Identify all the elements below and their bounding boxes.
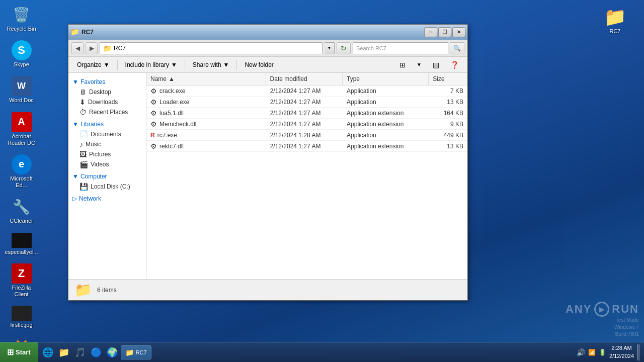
desktop-icon-ccleaner[interactable]: 🔧 CCleaner (3, 195, 40, 226)
organize-button[interactable]: Organize ▼ (72, 58, 114, 71)
computer-collapse-icon: ▼ (72, 173, 78, 180)
table-row[interactable]: ⚙ lua5.1.dll 2/12/2024 1:27 AM Applicati… (146, 108, 467, 119)
address-dropdown[interactable]: ▼ (325, 42, 335, 54)
include-in-library-button[interactable]: Include in library ▼ (121, 58, 182, 71)
crack-type: Application (343, 86, 429, 96)
col-header-name[interactable]: Name ▲ (146, 73, 266, 85)
taskbar-media-icon[interactable]: 🎵 (72, 345, 88, 360)
desktop-icon-acrobat[interactable]: A Acrobat Reader DC (3, 110, 40, 148)
taskbar-ie2-icon[interactable]: 🌍 (105, 345, 120, 360)
nav-item-documents[interactable]: 📄 Documents (68, 129, 146, 139)
preview-pane-button[interactable]: ▤ (428, 58, 444, 71)
especially-label: especiallyel... (5, 249, 38, 255)
table-row[interactable]: ⚙ Loader.exe 2/12/2024 1:27 AM Applicati… (146, 97, 467, 108)
desktop-icon-recycle-bin[interactable]: 🗑️ Recycle Bin (3, 3, 40, 34)
share-dropdown-icon: ▼ (223, 61, 229, 68)
table-row[interactable]: ⚙ crack.exe 2/12/2024 1:27 AM Applicatio… (146, 85, 467, 97)
search-field[interactable]: Search RC7 (353, 42, 448, 54)
computer-label: Computer (80, 173, 107, 180)
lua51-date: 2/12/2024 1:27 AM (266, 109, 343, 118)
desktop-icon-skype[interactable]: S Skype (3, 38, 40, 70)
minimize-button[interactable]: ─ (424, 27, 437, 37)
nav-panel: ▼ Favorites 🖥 Desktop ⬇ Downloads ⏱ Rece… (68, 73, 146, 279)
table-row[interactable]: R rc7.exe 2/12/2024 1:28 AM Application … (146, 130, 467, 141)
col-header-size[interactable]: Size (429, 73, 467, 85)
new-folder-button[interactable]: New folder (240, 58, 278, 71)
table-row[interactable]: ⚙ rektc7.dll 2/12/2024 1:27 AM Applicati… (146, 141, 467, 152)
organize-dropdown-icon: ▼ (104, 61, 110, 68)
desktop-icon-rc7-right[interactable]: 📁 RC7 (596, 5, 634, 37)
nav-item-pictures[interactable]: 🖼 Pictures (68, 149, 146, 159)
col-header-date[interactable]: Date modified (266, 73, 343, 85)
address-bar: ◀ ▶ 📁 RC7 ▼ ↻ Search RC7 🔍 (68, 40, 467, 57)
desktop-icon-word[interactable]: W Word Doc (3, 74, 40, 106)
downloads-nav-icon: ⬇ (79, 98, 86, 106)
toolbar-separator-3 (236, 60, 237, 70)
desktop-icon-filezilla[interactable]: Z FileZilla Client (3, 261, 40, 300)
crack-exe-name: crack.exe (159, 87, 185, 95)
clock-time: 2:28 AM (609, 344, 634, 352)
nav-item-downloads[interactable]: ⬇ Downloads (68, 97, 146, 107)
search-button[interactable]: 🔍 (450, 42, 464, 54)
taskbar-window-label: RC7 (136, 349, 147, 355)
favorites-header[interactable]: ▼ Favorites (68, 77, 146, 87)
start-button[interactable]: ⊞ Start (0, 342, 38, 362)
address-field[interactable]: 📁 RC7 (100, 42, 323, 54)
network-tray-icon: 📶 (588, 349, 596, 356)
taskbar-chrome-icon[interactable]: 🔵 (89, 345, 104, 360)
address-text: RC7 (114, 45, 126, 52)
desktop-icon-firstle[interactable]: firstle.jpg (3, 304, 40, 330)
col-header-type[interactable]: Type (343, 73, 429, 85)
column-headers: Name ▲ Date modified Type Size (146, 73, 467, 85)
crack-exe-icon: ⚙ (150, 87, 157, 95)
rc7-type: Application (343, 131, 429, 140)
acrobat-label: Acrobat Reader DC (5, 133, 38, 146)
view-button[interactable]: ⊞ (395, 58, 410, 71)
memcheck-dll-icon: ⚙ (150, 120, 157, 128)
desktop-icon-especially[interactable]: especiallyel... (3, 231, 40, 257)
system-tray-icons: 🔊 (577, 348, 585, 356)
taskbar-window-rc7[interactable]: 📁 RC7 (121, 345, 151, 359)
libraries-header[interactable]: ▼ Libraries (68, 119, 146, 129)
restore-button[interactable]: ❐ (438, 27, 451, 37)
forward-button[interactable]: ▶ (86, 42, 98, 54)
nav-item-desktop[interactable]: 🖥 Desktop (68, 87, 146, 97)
refresh-button[interactable]: ↻ (337, 42, 351, 54)
memcheck-dll-name: Memcheck.dll (159, 121, 196, 128)
nav-item-recent-places[interactable]: ⏱ Recent Places (68, 107, 146, 117)
computer-header[interactable]: ▼ Computer (68, 171, 146, 182)
nav-item-videos[interactable]: 🎬 Videos (68, 159, 146, 169)
col-name-label: Name (150, 75, 167, 82)
nav-item-local-disk[interactable]: 💾 Local Disk (C:) (68, 182, 146, 192)
anyrun-run-text: RUN (612, 303, 639, 316)
nav-section-network: ▷ Network (68, 194, 146, 204)
recycle-bin-icon: 🗑️ (12, 5, 32, 25)
rektc7-dll-name: rektc7.dll (159, 143, 184, 150)
file-name-lua51: ⚙ lua5.1.dll (146, 108, 266, 118)
title-bar-text: RC7 (82, 29, 424, 36)
loader-type: Application (343, 98, 429, 107)
nav-item-music[interactable]: ♪ Music (68, 139, 146, 149)
recent-places-nav-label: Recent Places (89, 109, 128, 116)
share-with-button[interactable]: Share with ▼ (188, 58, 234, 71)
taskbar-ie-icon[interactable]: 🌐 (40, 345, 55, 360)
taskbar-folder-icon: 📁 (125, 348, 134, 356)
network-header[interactable]: ▷ Network (68, 194, 146, 204)
help-button[interactable]: ❓ (446, 58, 463, 71)
file-name-rektc7: ⚙ rektc7.dll (146, 141, 266, 151)
table-row[interactable]: ⚙ Memcheck.dll 2/12/2024 1:27 AM Applica… (146, 119, 467, 130)
desktop-icon-edge[interactable]: e Microsoft Ed... (3, 152, 40, 191)
loader-size: 13 KB (429, 98, 467, 107)
status-bar: 📁 6 items (68, 279, 467, 300)
view-dropdown-button[interactable]: ▼ (412, 58, 426, 71)
rc7-folder-label: RC7 (609, 28, 620, 35)
loader-exe-name: Loader.exe (159, 99, 189, 106)
close-button[interactable]: ✕ (452, 27, 465, 37)
show-desktop-button[interactable] (637, 344, 640, 360)
rc7-exe-name: rc7.exe (157, 132, 177, 139)
filezilla-icon: Z (12, 263, 32, 284)
taskbar-explorer-icon[interactable]: 📁 (56, 345, 71, 360)
clock[interactable]: 2:28 AM 2/12/2024 (609, 344, 634, 360)
back-button[interactable]: ◀ (71, 42, 84, 54)
test-mode-text: Test Mode (614, 317, 639, 324)
